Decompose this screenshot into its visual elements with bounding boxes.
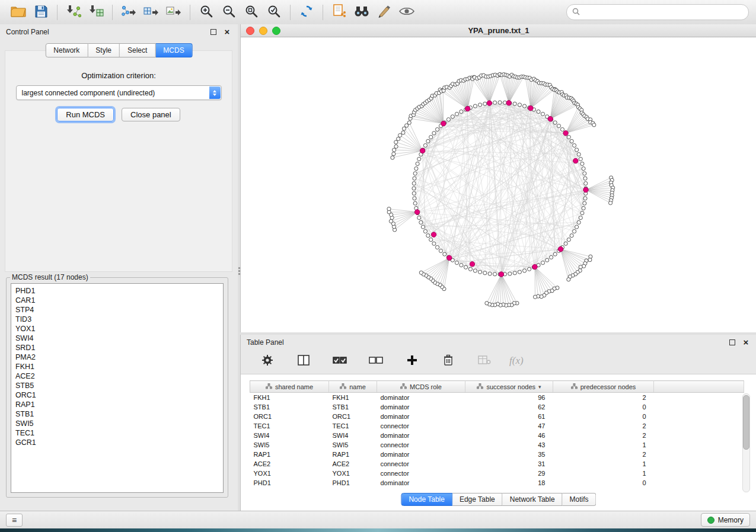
network-node[interactable]: [584, 181, 588, 185]
table-row[interactable]: ORC1ORC1dominator610: [250, 412, 744, 421]
network-node[interactable]: [426, 139, 430, 143]
network-node[interactable]: [533, 295, 537, 299]
close-panel-icon[interactable]: ×: [222, 27, 232, 37]
cell-predecessors[interactable]: 2: [553, 421, 654, 431]
export-network-button[interactable]: [117, 3, 140, 22]
cell-predecessors[interactable]: 0: [553, 402, 654, 412]
cell-role[interactable]: connector: [377, 459, 465, 469]
cell-role[interactable]: dominator: [377, 431, 465, 440]
network-node[interactable]: [423, 229, 427, 233]
network-node[interactable]: [412, 187, 416, 190]
cell-predecessors[interactable]: 1: [553, 459, 654, 469]
network-node[interactable]: [513, 102, 516, 105]
network-node[interactable]: [419, 271, 423, 274]
mcds-result-item[interactable]: SRD1: [11, 343, 223, 352]
cell-successors[interactable]: 29: [465, 469, 553, 478]
mcds-result-item[interactable]: ACE2: [11, 371, 223, 381]
network-dominator-node[interactable]: [506, 101, 511, 105]
network-dominator-node[interactable]: [420, 148, 425, 153]
network-node[interactable]: [546, 258, 549, 262]
import-table-button[interactable]: [85, 3, 107, 22]
network-node[interactable]: [488, 272, 492, 275]
network-node[interactable]: [402, 127, 406, 130]
network-node[interactable]: [567, 278, 570, 281]
tab-select[interactable]: Select: [120, 43, 155, 57]
cell-name[interactable]: SWI4: [329, 431, 377, 440]
network-node[interactable]: [483, 271, 487, 275]
cell-shared-name[interactable]: TEC1: [250, 421, 329, 431]
cell-successors[interactable]: 35: [465, 450, 553, 459]
mcds-result-item[interactable]: PMA2: [11, 352, 223, 362]
cell-name[interactable]: YOX1: [329, 469, 377, 478]
network-node[interactable]: [455, 112, 458, 116]
delete-column-button[interactable]: [437, 351, 460, 370]
network-dominator-node[interactable]: [470, 262, 474, 267]
network-dominator-node[interactable]: [465, 106, 470, 111]
search-input[interactable]: [583, 8, 743, 17]
network-node[interactable]: [553, 252, 557, 256]
network-node[interactable]: [575, 225, 578, 229]
network-node[interactable]: [572, 229, 576, 233]
cell-role[interactable]: connector: [377, 469, 465, 478]
table-row[interactable]: RAP1RAP1dominator352: [250, 450, 744, 459]
cell-role[interactable]: connector: [377, 421, 465, 431]
network-node[interactable]: [522, 269, 526, 273]
network-dominator-node[interactable]: [499, 272, 503, 277]
network-dominator-node[interactable]: [487, 101, 492, 105]
network-node[interactable]: [455, 261, 458, 264]
cell-name[interactable]: RAP1: [329, 450, 377, 459]
network-node[interactable]: [439, 249, 442, 252]
network-node[interactable]: [583, 172, 586, 175]
network-node[interactable]: [583, 201, 586, 205]
cell-role[interactable]: dominator: [377, 402, 465, 412]
network-node[interactable]: [423, 143, 427, 147]
tab-network-table[interactable]: Network Table: [503, 493, 563, 506]
network-node[interactable]: [575, 148, 578, 152]
network-dominator-node[interactable]: [431, 232, 436, 237]
cell-shared-name[interactable]: ORC1: [250, 412, 329, 421]
network-node[interactable]: [592, 123, 596, 127]
network-dominator-node[interactable]: [414, 210, 419, 214]
network-node[interactable]: [401, 131, 405, 134]
network-node[interactable]: [389, 219, 393, 223]
cell-shared-name[interactable]: ACE2: [250, 459, 329, 469]
network-node[interactable]: [394, 145, 398, 148]
network-node[interactable]: [493, 101, 496, 104]
mcds-result-item[interactable]: TID3: [11, 315, 223, 324]
network-node[interactable]: [432, 132, 436, 135]
network-node[interactable]: [398, 133, 401, 137]
maximize-window-icon[interactable]: [272, 27, 280, 35]
run-mcds-button[interactable]: Run MCDS: [57, 108, 114, 121]
network-node[interactable]: [393, 148, 396, 152]
table-scrollbar-thumb[interactable]: [743, 395, 749, 450]
network-node[interactable]: [412, 181, 416, 185]
cell-name[interactable]: STB1: [329, 402, 377, 412]
network-node[interactable]: [557, 124, 560, 127]
apply-layout-button[interactable]: [295, 3, 318, 22]
cell-predecessors[interactable]: 0: [553, 412, 654, 421]
network-node[interactable]: [537, 110, 540, 113]
network-node[interactable]: [435, 245, 439, 249]
cell-role[interactable]: dominator: [377, 393, 465, 403]
cell-shared-name[interactable]: RAP1: [250, 450, 329, 459]
mcds-result-item[interactable]: PHD1: [11, 286, 223, 296]
cell-successors[interactable]: 18: [465, 478, 553, 488]
float-table-panel-icon[interactable]: [728, 338, 737, 347]
cell-name[interactable]: PHD1: [329, 478, 377, 488]
show-columns-button[interactable]: [292, 351, 315, 370]
table-settings-button[interactable]: [256, 351, 279, 370]
column-header-shared-name[interactable]: shared name: [250, 381, 329, 393]
network-node[interactable]: [417, 157, 421, 161]
network-dominator-node[interactable]: [532, 264, 537, 269]
network-node[interactable]: [527, 267, 531, 271]
cell-shared-name[interactable]: SWI4: [250, 431, 329, 440]
cell-predecessors[interactable]: 0: [553, 478, 654, 488]
export-web-button[interactable]: [328, 3, 350, 22]
table-row[interactable]: ACE2ACE2connector311: [250, 459, 744, 469]
network-node[interactable]: [391, 156, 394, 159]
add-column-button[interactable]: [401, 351, 423, 370]
network-node[interactable]: [549, 255, 553, 259]
network-node[interactable]: [483, 102, 487, 105]
network-node[interactable]: [567, 238, 570, 241]
table-row[interactable]: SWI4SWI4dominator462: [250, 431, 744, 440]
